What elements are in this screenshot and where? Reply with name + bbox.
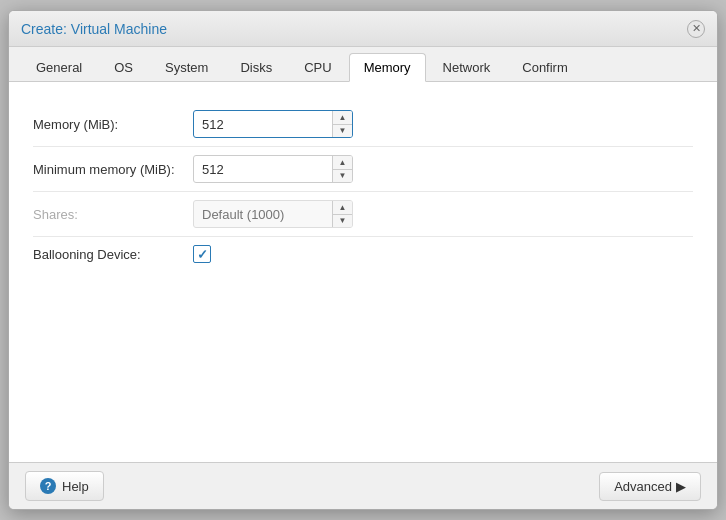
close-icon: ✕ bbox=[692, 23, 701, 34]
up-icon: ▲ bbox=[339, 113, 347, 122]
ballooning-row: Ballooning Device: ✓ bbox=[33, 237, 693, 271]
memory-input[interactable] bbox=[193, 110, 353, 138]
shares-up-arrow[interactable]: ▲ bbox=[333, 201, 352, 215]
memory-row: Memory (MiB): ▲ ▼ bbox=[33, 102, 693, 147]
tab-cpu[interactable]: CPU bbox=[289, 53, 346, 81]
memory-down-arrow[interactable]: ▼ bbox=[333, 125, 352, 138]
title-bar: Create: Virtual Machine ✕ bbox=[9, 11, 717, 47]
down-icon: ▼ bbox=[339, 171, 347, 180]
main-window: Create: Virtual Machine ✕ General OS Sys… bbox=[8, 10, 718, 510]
content-area: Memory (MiB): ▲ ▼ Minimum memory (MiB): bbox=[9, 82, 717, 462]
shares-spinner-wrapper: ▲ ▼ bbox=[193, 200, 353, 228]
shares-arrows: ▲ ▼ bbox=[332, 201, 352, 227]
min-memory-down-arrow[interactable]: ▼ bbox=[333, 170, 352, 183]
memory-up-arrow[interactable]: ▲ bbox=[333, 111, 352, 125]
min-memory-label: Minimum memory (MiB): bbox=[33, 162, 193, 177]
tab-bar: General OS System Disks CPU Memory Netwo… bbox=[9, 47, 717, 82]
tab-memory[interactable]: Memory bbox=[349, 53, 426, 82]
min-memory-up-arrow[interactable]: ▲ bbox=[333, 156, 352, 170]
shares-row: Shares: ▲ ▼ bbox=[33, 192, 693, 237]
memory-arrows: ▲ ▼ bbox=[332, 111, 352, 137]
min-memory-spinner-wrapper: ▲ ▼ bbox=[193, 155, 353, 183]
tab-general[interactable]: General bbox=[21, 53, 97, 81]
ballooning-checkbox-wrapper: ✓ bbox=[193, 245, 211, 263]
up-icon: ▲ bbox=[339, 203, 347, 212]
window-title: Create: Virtual Machine bbox=[21, 21, 167, 37]
help-label: Help bbox=[62, 479, 89, 494]
help-icon: ? bbox=[40, 478, 56, 494]
tab-os[interactable]: OS bbox=[99, 53, 148, 81]
tab-confirm[interactable]: Confirm bbox=[507, 53, 583, 81]
footer: ? Help Advanced ▶ bbox=[9, 462, 717, 509]
advance-arrow-icon: ▶ bbox=[676, 479, 686, 494]
memory-label: Memory (MiB): bbox=[33, 117, 193, 132]
help-button[interactable]: ? Help bbox=[25, 471, 104, 501]
shares-down-arrow[interactable]: ▼ bbox=[333, 215, 352, 228]
min-memory-row: Minimum memory (MiB): ▲ ▼ bbox=[33, 147, 693, 192]
down-icon: ▼ bbox=[339, 216, 347, 225]
ballooning-label: Ballooning Device: bbox=[33, 247, 193, 262]
advanced-button[interactable]: Advanced ▶ bbox=[599, 472, 701, 501]
up-icon: ▲ bbox=[339, 158, 347, 167]
min-memory-input[interactable] bbox=[193, 155, 353, 183]
shares-label: Shares: bbox=[33, 207, 193, 222]
checkmark-icon: ✓ bbox=[197, 247, 208, 262]
min-memory-arrows: ▲ ▼ bbox=[332, 156, 352, 182]
advanced-label: Advanced bbox=[614, 479, 672, 494]
memory-spinner-wrapper: ▲ ▼ bbox=[193, 110, 353, 138]
tab-disks[interactable]: Disks bbox=[225, 53, 287, 81]
shares-input bbox=[193, 200, 353, 228]
close-button[interactable]: ✕ bbox=[687, 20, 705, 38]
ballooning-checkbox[interactable]: ✓ bbox=[193, 245, 211, 263]
tab-network[interactable]: Network bbox=[428, 53, 506, 81]
down-icon: ▼ bbox=[339, 126, 347, 135]
tab-system[interactable]: System bbox=[150, 53, 223, 81]
